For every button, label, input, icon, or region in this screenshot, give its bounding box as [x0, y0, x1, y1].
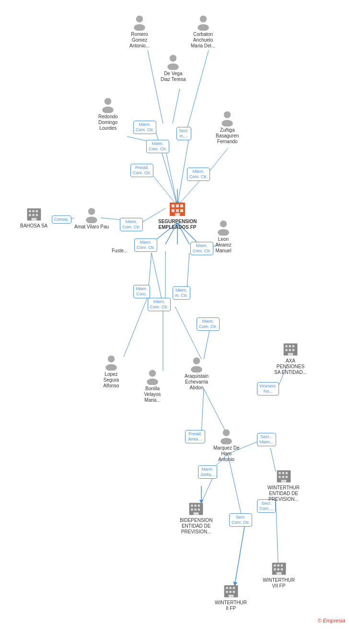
svg-rect-60 — [32, 210, 35, 213]
badge-secr-miem: Secr...Miem... — [257, 433, 276, 446]
svg-rect-98 — [279, 476, 281, 478]
svg-point-45 — [168, 64, 179, 70]
svg-rect-108 — [280, 568, 283, 571]
svg-rect-106 — [274, 568, 276, 571]
svg-rect-53 — [180, 204, 183, 207]
svg-point-42 — [199, 16, 206, 23]
svg-rect-92 — [198, 508, 200, 511]
node-bonilla-label: Bonilla Velayos Maria... — [144, 386, 161, 403]
svg-rect-113 — [233, 587, 235, 589]
node-segurpension-label: SEGURPENSION EMPLEADOS FP — [158, 219, 197, 230]
svg-point-75 — [191, 366, 202, 373]
svg-point-69 — [218, 229, 229, 236]
svg-point-73 — [147, 379, 158, 385]
node-leon-label: Leon Alvarez Manuel — [215, 237, 231, 254]
svg-rect-77 — [285, 345, 288, 348]
badge-miem-com-ctr-4: Miem.Com. Ctr. — [120, 218, 143, 231]
person-icon — [188, 355, 205, 373]
node-romero: Romero Gomez Antonio... — [129, 13, 150, 49]
badge-label: Miem.Com. Ctr. — [148, 298, 171, 311]
svg-rect-51 — [172, 204, 174, 207]
svg-rect-111 — [226, 587, 228, 589]
svg-rect-100 — [285, 476, 288, 478]
badge-miem-com-ctr-3: Miem.Com. Ctr. — [187, 168, 210, 181]
svg-line-33 — [201, 476, 213, 503]
svg-point-49 — [221, 120, 233, 127]
badge-label: Secr.Com. Ctr. — [229, 513, 252, 527]
person-icon — [131, 13, 148, 31]
badge-vicesecr: Vicesecr.No... — [257, 382, 279, 395]
svg-line-7 — [165, 149, 177, 206]
badge-secr-m: Secr.m.... — [176, 127, 191, 140]
badge-label: Miem.Com. Ctr. — [120, 218, 143, 231]
svg-rect-109 — [276, 572, 281, 575]
badge-miem-com-7: Miem.Com. — [133, 285, 150, 298]
badge-label: Miem.Com. Ctr. — [134, 238, 157, 252]
node-winterthur-entidad: WINTERTHUR ENTIDAD DE PREVISION... — [268, 467, 300, 502]
svg-rect-104 — [277, 565, 279, 567]
badge-label: Consej. — [52, 215, 71, 224]
svg-rect-112 — [229, 587, 232, 589]
building-icon — [282, 340, 299, 357]
svg-rect-88 — [195, 505, 197, 507]
person-icon — [218, 427, 235, 444]
svg-line-29 — [201, 389, 204, 435]
svg-point-72 — [149, 370, 156, 377]
building-icon-red — [168, 199, 187, 218]
node-bahosa-label: BAHOSA SA — [20, 223, 47, 229]
svg-point-47 — [103, 107, 114, 113]
svg-point-68 — [220, 221, 227, 227]
node-amat-label: Amat Vilaro Pau — [74, 224, 109, 230]
svg-rect-54 — [172, 209, 174, 212]
node-redondo: Redondo Domingo Lourdes — [98, 96, 118, 131]
badge-presid-junta: Presid.Junta.... — [185, 430, 205, 443]
svg-rect-52 — [176, 204, 179, 207]
building-icon — [275, 467, 292, 484]
svg-rect-81 — [289, 349, 291, 351]
badge-label: Miem.Com. Ctr. — [187, 168, 210, 181]
badge-miem-com-ctr-6: Miem.Com. Ctr. — [190, 242, 213, 255]
svg-rect-89 — [198, 505, 200, 507]
person-icon — [215, 218, 232, 236]
node-segurpension: SEGURPENSION EMPLEADOS FP — [158, 199, 197, 230]
svg-rect-78 — [289, 345, 291, 348]
svg-rect-57 — [175, 213, 180, 216]
person-icon — [195, 13, 212, 31]
node-marquez: Marquez De Haro Antonio — [213, 427, 239, 463]
svg-point-43 — [198, 24, 209, 31]
svg-rect-93 — [194, 512, 199, 515]
node-redondo-label: Redondo Domingo Lourdes — [98, 114, 118, 131]
svg-point-66 — [88, 208, 95, 215]
badge-miem-com-ctr-5: Miem.Com. Ctr. — [134, 238, 157, 252]
svg-rect-62 — [29, 214, 31, 216]
node-araquistain: Araquistain Echevarria Abdon — [185, 355, 209, 391]
svg-line-3 — [127, 136, 149, 141]
svg-line-32 — [228, 454, 242, 518]
svg-line-2 — [173, 89, 180, 124]
badge-label: Miem.Com. Ctr. — [146, 140, 169, 153]
badge-miem-com-ctr-2: Miem.Com. Ctr. — [146, 140, 169, 153]
badge-label: Presid.Junta.... — [185, 430, 205, 443]
svg-line-26 — [204, 328, 210, 359]
badge-miem-junta: Miem.Junta... — [198, 465, 217, 479]
svg-rect-115 — [229, 591, 232, 593]
badge-label: Secr...Miem... — [257, 433, 276, 446]
badge-miem-com-ctr-10: Miem.Com. Ctr. — [197, 317, 220, 331]
badge-label: Miem.Com. Ctr. — [133, 121, 156, 134]
badge-label: Miem.m. Ctr. — [173, 286, 190, 300]
svg-rect-101 — [281, 480, 286, 482]
node-bidepension: BIDEPENSION ENTIDAD DE PREVISION... — [180, 499, 212, 535]
svg-rect-99 — [282, 476, 284, 478]
node-bahosa: BAHOSA SA — [20, 205, 47, 229]
node-winterthur-ii: WINTERTHUR II FP — [215, 582, 247, 611]
node-amat: Amat Vilaro Pau — [74, 206, 109, 230]
svg-point-41 — [134, 24, 145, 31]
svg-point-46 — [105, 98, 111, 105]
node-devega: De Vega Diaz Teresa — [161, 53, 186, 82]
svg-rect-61 — [35, 210, 38, 213]
node-bonilla: Bonilla Velayos Maria... — [144, 368, 161, 403]
node-corbaton-label: Corbaton Anchuelo Maria Del... — [191, 32, 215, 49]
svg-line-23 — [124, 294, 149, 357]
node-corbaton: Corbaton Anchuelo Maria Del... — [191, 13, 215, 49]
svg-rect-80 — [285, 349, 288, 351]
